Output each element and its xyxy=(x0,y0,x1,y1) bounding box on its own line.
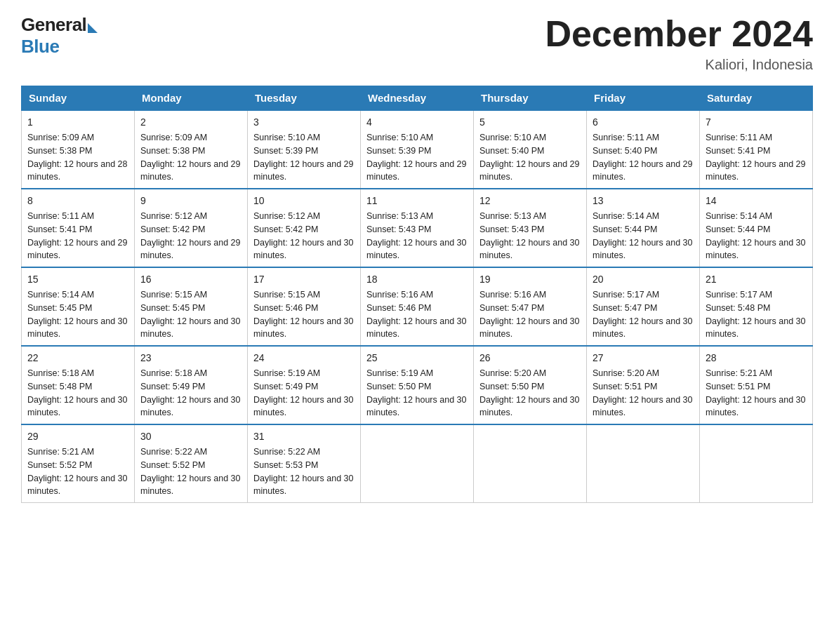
logo-blue-text: Blue xyxy=(21,36,59,57)
day-number: 11 xyxy=(366,194,468,208)
calendar-day-cell: 8 Sunrise: 5:11 AMSunset: 5:41 PMDayligh… xyxy=(22,189,135,267)
day-number: 14 xyxy=(706,194,807,208)
day-number: 15 xyxy=(27,272,128,287)
calendar-day-cell: 11 Sunrise: 5:13 AMSunset: 5:43 PMDaylig… xyxy=(361,189,474,267)
day-number: 19 xyxy=(479,272,581,287)
day-info: Sunrise: 5:12 AMSunset: 5:42 PMDaylight:… xyxy=(253,211,353,260)
day-number: 25 xyxy=(366,351,468,365)
logo: General Blue xyxy=(21,14,98,58)
day-info: Sunrise: 5:13 AMSunset: 5:43 PMDaylight:… xyxy=(366,211,466,260)
day-info: Sunrise: 5:12 AMSunset: 5:42 PMDaylight:… xyxy=(140,211,240,260)
day-info: Sunrise: 5:22 AMSunset: 5:52 PMDaylight:… xyxy=(140,447,240,496)
calendar-day-cell: 9 Sunrise: 5:12 AMSunset: 5:42 PMDayligh… xyxy=(135,189,248,267)
calendar-day-cell: 7 Sunrise: 5:11 AMSunset: 5:41 PMDayligh… xyxy=(700,110,813,189)
calendar-day-cell: 18 Sunrise: 5:16 AMSunset: 5:46 PMDaylig… xyxy=(361,267,474,346)
calendar-day-cell: 31 Sunrise: 5:22 AMSunset: 5:53 PMDaylig… xyxy=(248,424,361,503)
calendar-day-cell: 25 Sunrise: 5:19 AMSunset: 5:50 PMDaylig… xyxy=(361,346,474,424)
day-number: 24 xyxy=(253,351,355,365)
location-text: Kaliori, Indonesia xyxy=(545,57,813,73)
day-number: 13 xyxy=(593,194,694,208)
weekday-header-row: SundayMondayTuesdayWednesdayThursdayFrid… xyxy=(22,86,813,111)
calendar-table: SundayMondayTuesdayWednesdayThursdayFrid… xyxy=(21,86,813,503)
day-info: Sunrise: 5:14 AMSunset: 5:45 PMDaylight:… xyxy=(27,290,127,339)
day-info: Sunrise: 5:21 AMSunset: 5:51 PMDaylight:… xyxy=(706,368,805,417)
day-info: Sunrise: 5:16 AMSunset: 5:46 PMDaylight:… xyxy=(366,290,466,339)
month-title: December 2024 xyxy=(545,14,813,54)
day-info: Sunrise: 5:14 AMSunset: 5:44 PMDaylight:… xyxy=(706,211,805,260)
day-number: 26 xyxy=(479,351,581,365)
weekday-header-monday: Monday xyxy=(135,86,248,111)
title-block: December 2024 Kaliori, Indonesia xyxy=(545,14,813,73)
day-info: Sunrise: 5:16 AMSunset: 5:47 PMDaylight:… xyxy=(479,290,579,339)
calendar-day-cell: 17 Sunrise: 5:15 AMSunset: 5:46 PMDaylig… xyxy=(248,267,361,346)
day-info: Sunrise: 5:09 AMSunset: 5:38 PMDaylight:… xyxy=(27,133,127,182)
weekday-header-friday: Friday xyxy=(587,86,700,111)
day-info: Sunrise: 5:20 AMSunset: 5:50 PMDaylight:… xyxy=(479,368,579,417)
day-number: 5 xyxy=(479,115,581,130)
day-number: 7 xyxy=(706,115,807,130)
calendar-day-cell: 20 Sunrise: 5:17 AMSunset: 5:47 PMDaylig… xyxy=(587,267,700,346)
day-number: 8 xyxy=(27,194,128,208)
calendar-day-cell: 3 Sunrise: 5:10 AMSunset: 5:39 PMDayligh… xyxy=(248,110,361,189)
day-info: Sunrise: 5:11 AMSunset: 5:41 PMDaylight:… xyxy=(706,133,805,182)
calendar-day-cell: 16 Sunrise: 5:15 AMSunset: 5:45 PMDaylig… xyxy=(135,267,248,346)
calendar-week-row: 22 Sunrise: 5:18 AMSunset: 5:48 PMDaylig… xyxy=(22,346,813,424)
day-info: Sunrise: 5:11 AMSunset: 5:40 PMDaylight:… xyxy=(593,133,692,182)
day-info: Sunrise: 5:17 AMSunset: 5:48 PMDaylight:… xyxy=(706,290,805,339)
day-number: 18 xyxy=(366,272,468,287)
calendar-day-cell: 30 Sunrise: 5:22 AMSunset: 5:52 PMDaylig… xyxy=(135,424,248,503)
calendar-day-cell: 6 Sunrise: 5:11 AMSunset: 5:40 PMDayligh… xyxy=(587,110,700,189)
day-info: Sunrise: 5:21 AMSunset: 5:52 PMDaylight:… xyxy=(27,447,127,496)
day-info: Sunrise: 5:15 AMSunset: 5:46 PMDaylight:… xyxy=(253,290,353,339)
day-info: Sunrise: 5:18 AMSunset: 5:49 PMDaylight:… xyxy=(140,368,240,417)
calendar-day-cell: 21 Sunrise: 5:17 AMSunset: 5:48 PMDaylig… xyxy=(700,267,813,346)
day-number: 6 xyxy=(593,115,694,130)
day-number: 16 xyxy=(140,272,241,287)
weekday-header-saturday: Saturday xyxy=(700,86,813,111)
weekday-header-thursday: Thursday xyxy=(474,86,587,111)
day-info: Sunrise: 5:15 AMSunset: 5:45 PMDaylight:… xyxy=(140,290,240,339)
calendar-day-cell: 29 Sunrise: 5:21 AMSunset: 5:52 PMDaylig… xyxy=(22,424,135,503)
day-info: Sunrise: 5:14 AMSunset: 5:44 PMDaylight:… xyxy=(593,211,692,260)
day-info: Sunrise: 5:10 AMSunset: 5:39 PMDaylight:… xyxy=(366,133,466,182)
day-number: 31 xyxy=(253,429,355,444)
calendar-day-cell: 10 Sunrise: 5:12 AMSunset: 5:42 PMDaylig… xyxy=(248,189,361,267)
day-info: Sunrise: 5:13 AMSunset: 5:43 PMDaylight:… xyxy=(479,211,579,260)
calendar-day-cell: 27 Sunrise: 5:20 AMSunset: 5:51 PMDaylig… xyxy=(587,346,700,424)
day-info: Sunrise: 5:19 AMSunset: 5:50 PMDaylight:… xyxy=(366,368,466,417)
page-header: General Blue December 2024 Kaliori, Indo… xyxy=(21,14,813,73)
day-number: 12 xyxy=(479,194,581,208)
day-number: 9 xyxy=(140,194,241,208)
calendar-day-cell: 23 Sunrise: 5:18 AMSunset: 5:49 PMDaylig… xyxy=(135,346,248,424)
calendar-week-row: 8 Sunrise: 5:11 AMSunset: 5:41 PMDayligh… xyxy=(22,189,813,267)
day-info: Sunrise: 5:19 AMSunset: 5:49 PMDaylight:… xyxy=(253,368,353,417)
day-info: Sunrise: 5:17 AMSunset: 5:47 PMDaylight:… xyxy=(593,290,692,339)
day-number: 20 xyxy=(593,272,694,287)
logo-arrow-icon xyxy=(88,23,98,33)
day-number: 23 xyxy=(140,351,241,365)
calendar-day-cell: 14 Sunrise: 5:14 AMSunset: 5:44 PMDaylig… xyxy=(700,189,813,267)
calendar-empty-cell xyxy=(474,424,587,503)
weekday-header-tuesday: Tuesday xyxy=(248,86,361,111)
day-number: 29 xyxy=(27,429,128,444)
logo-general-text: General xyxy=(21,14,86,36)
calendar-day-cell: 13 Sunrise: 5:14 AMSunset: 5:44 PMDaylig… xyxy=(587,189,700,267)
calendar-empty-cell xyxy=(361,424,474,503)
calendar-day-cell: 15 Sunrise: 5:14 AMSunset: 5:45 PMDaylig… xyxy=(22,267,135,346)
weekday-header-wednesday: Wednesday xyxy=(361,86,474,111)
calendar-empty-cell xyxy=(587,424,700,503)
day-info: Sunrise: 5:11 AMSunset: 5:41 PMDaylight:… xyxy=(27,211,127,260)
day-info: Sunrise: 5:18 AMSunset: 5:48 PMDaylight:… xyxy=(27,368,127,417)
calendar-day-cell: 1 Sunrise: 5:09 AMSunset: 5:38 PMDayligh… xyxy=(22,110,135,189)
day-number: 30 xyxy=(140,429,241,444)
calendar-day-cell: 24 Sunrise: 5:19 AMSunset: 5:49 PMDaylig… xyxy=(248,346,361,424)
calendar-day-cell: 2 Sunrise: 5:09 AMSunset: 5:38 PMDayligh… xyxy=(135,110,248,189)
calendar-week-row: 1 Sunrise: 5:09 AMSunset: 5:38 PMDayligh… xyxy=(22,110,813,189)
calendar-day-cell: 5 Sunrise: 5:10 AMSunset: 5:40 PMDayligh… xyxy=(474,110,587,189)
day-info: Sunrise: 5:20 AMSunset: 5:51 PMDaylight:… xyxy=(593,368,692,417)
day-number: 17 xyxy=(253,272,355,287)
weekday-header-sunday: Sunday xyxy=(22,86,135,111)
day-info: Sunrise: 5:22 AMSunset: 5:53 PMDaylight:… xyxy=(253,447,353,496)
calendar-week-row: 15 Sunrise: 5:14 AMSunset: 5:45 PMDaylig… xyxy=(22,267,813,346)
calendar-day-cell: 28 Sunrise: 5:21 AMSunset: 5:51 PMDaylig… xyxy=(700,346,813,424)
